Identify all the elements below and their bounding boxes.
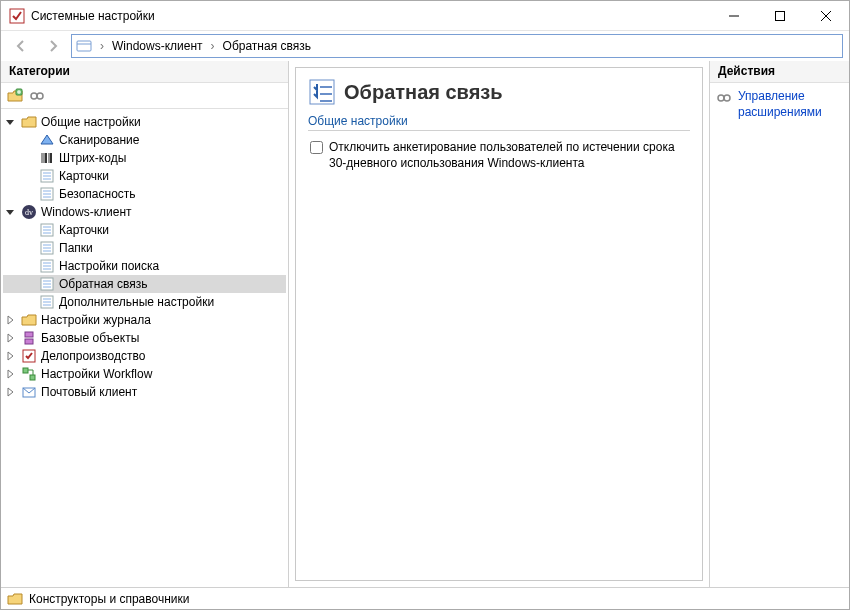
svg-text:dv: dv	[25, 208, 33, 217]
tree-item-label: Делопроизводство	[41, 349, 145, 363]
svg-rect-50	[23, 368, 28, 373]
tree-item[interactable]: Общие настройки	[3, 113, 286, 131]
address-bar[interactable]: › Windows-клиент › Обратная связь	[71, 34, 843, 58]
tree-item[interactable]: Карточки	[3, 167, 286, 185]
disable-survey-label[interactable]: Отключить анкетирование пользователей по…	[329, 139, 688, 171]
dv-icon: dv	[21, 204, 37, 220]
tree-item[interactable]: Карточки	[3, 221, 286, 239]
sidebar-toolbar	[1, 83, 288, 109]
svg-rect-51	[30, 375, 35, 380]
tree-item[interactable]: dvWindows-клиент	[3, 203, 286, 221]
tree-item[interactable]: Сканирование	[3, 131, 286, 149]
chevron-right-icon[interactable]	[3, 387, 17, 397]
checklist-icon	[308, 78, 336, 106]
form-icon	[39, 186, 55, 202]
close-button[interactable]	[803, 1, 849, 31]
tree-item-label: Дополнительные настройки	[59, 295, 214, 309]
nav-back-button[interactable]	[7, 34, 35, 58]
chevron-right-icon[interactable]	[3, 351, 17, 361]
manage-extensions-label: Управление расширениями	[738, 89, 843, 120]
svg-rect-2	[776, 11, 785, 20]
tree-item-label: Карточки	[59, 169, 109, 183]
minimize-button[interactable]	[711, 1, 757, 31]
tree-item[interactable]: Обратная связь	[3, 275, 286, 293]
maximize-button[interactable]	[757, 1, 803, 31]
chevron-down-icon[interactable]	[3, 207, 17, 217]
settings-group: Общие настройки Отключить анкетирование …	[308, 114, 690, 173]
tree-item[interactable]: Настройки журнала	[3, 311, 286, 329]
mail-icon	[21, 384, 37, 400]
tree-item-label: Настройки поиска	[59, 259, 159, 273]
chevron-icon: ›	[211, 39, 215, 53]
chevron-right-icon[interactable]	[3, 315, 17, 325]
base-icon	[21, 330, 37, 346]
tree-item[interactable]: Безопасность	[3, 185, 286, 203]
case-icon	[21, 348, 37, 364]
window-title: Системные настройки	[31, 9, 711, 23]
tree-item[interactable]: Штрих-коды	[3, 149, 286, 167]
tree-item-label: Windows-клиент	[41, 205, 132, 219]
tree-item-label: Папки	[59, 241, 93, 255]
nav-forward-button[interactable]	[39, 34, 67, 58]
folder-icon	[21, 114, 37, 130]
app-icon	[9, 8, 25, 24]
tree-item[interactable]: Почтовый клиент	[3, 383, 286, 401]
tree-item-label: Базовые объекты	[41, 331, 139, 345]
chevron-right-icon[interactable]	[3, 333, 17, 343]
disable-survey-checkbox[interactable]	[310, 141, 323, 154]
folder-icon	[7, 591, 23, 607]
barcode-icon	[39, 150, 55, 166]
breadcrumb-item[interactable]: Обратная связь	[223, 39, 311, 53]
statusbar-text: Конструкторы и справочники	[29, 592, 189, 606]
new-folder-icon[interactable]	[7, 88, 23, 104]
actions-header: Действия	[710, 61, 849, 83]
form-icon	[39, 258, 55, 274]
links-icon	[716, 90, 732, 106]
chevron-right-icon[interactable]	[3, 369, 17, 379]
tree-item[interactable]: Настройки поиска	[3, 257, 286, 275]
tree-item[interactable]: Базовые объекты	[3, 329, 286, 347]
chevron-icon: ›	[100, 39, 104, 53]
path-icon	[76, 38, 92, 54]
scan-icon	[39, 132, 55, 148]
svg-rect-5	[77, 41, 91, 51]
actions-panel: Действия Управление расширениями	[709, 61, 849, 587]
svg-point-10	[31, 93, 37, 99]
tree-item[interactable]: Дополнительные настройки	[3, 293, 286, 311]
tree-item-label: Карточки	[59, 223, 109, 237]
form-icon	[39, 240, 55, 256]
breadcrumb-item[interactable]: Windows-клиент	[112, 39, 203, 53]
sidebar-header: Категории	[1, 61, 288, 83]
tree-item-label: Сканирование	[59, 133, 139, 147]
chevron-down-icon[interactable]	[3, 117, 17, 127]
tree-item[interactable]: Настройки Workflow	[3, 365, 286, 383]
svg-point-58	[724, 95, 730, 101]
group-title: Общие настройки	[308, 114, 690, 128]
form-icon	[39, 222, 55, 238]
tree-item[interactable]: Делопроизводство	[3, 347, 286, 365]
tree-item-label: Почтовый клиент	[41, 385, 137, 399]
svg-rect-48	[25, 339, 33, 344]
statusbar: Конструкторы и справочники	[1, 587, 849, 609]
category-tree[interactable]: Общие настройкиСканированиеШтрих-кодыКар…	[1, 109, 288, 587]
sidebar: Категории Общие настройкиСканированиеШтр…	[1, 61, 289, 587]
tree-item-label: Настройки Workflow	[41, 367, 152, 381]
form-icon	[39, 276, 55, 292]
folder-icon	[21, 312, 37, 328]
svg-rect-47	[25, 332, 33, 337]
links-icon[interactable]	[29, 88, 45, 104]
nav-toolbar: › Windows-клиент › Обратная связь	[1, 31, 849, 61]
tree-item-label: Безопасность	[59, 187, 136, 201]
form-icon	[39, 168, 55, 184]
tree-item-label: Общие настройки	[41, 115, 141, 129]
tree-item-label: Обратная связь	[59, 277, 147, 291]
tree-item-label: Штрих-коды	[59, 151, 126, 165]
tree-item-label: Настройки журнала	[41, 313, 151, 327]
tree-item[interactable]: Папки	[3, 239, 286, 257]
content-panel: Обратная связь Общие настройки Отключить…	[295, 67, 703, 581]
content-title: Обратная связь	[344, 81, 503, 104]
titlebar: Системные настройки	[1, 1, 849, 31]
manage-extensions-link[interactable]: Управление расширениями	[716, 89, 843, 120]
svg-point-57	[718, 95, 724, 101]
workflow-icon	[21, 366, 37, 382]
